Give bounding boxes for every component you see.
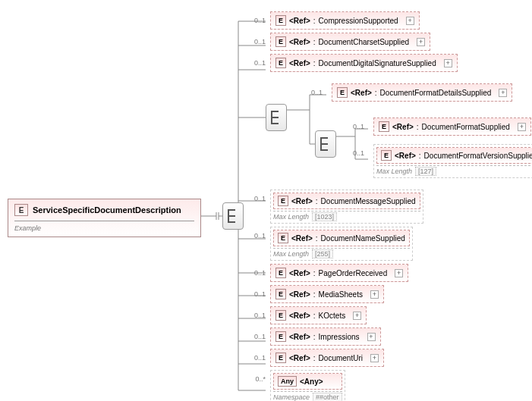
ref-type: Impressions (319, 333, 360, 341)
ref-label: <Ref> (395, 152, 416, 160)
cardinality: 0..1 (250, 11, 266, 24)
cardinality: 0..1 (311, 83, 323, 96)
ref-label: <Ref> (289, 17, 310, 25)
cardinality: 0..1 (353, 117, 364, 130)
element-ref-compression[interactable]: E <Ref> : CompressionSupported + (270, 11, 420, 30)
cardinality: 0..1 (250, 327, 266, 340)
root-annotation: Example (14, 224, 194, 232)
element-badge: E (275, 352, 286, 363)
element-ref-row: 0..1 E <Ref> : DocumentUri + (250, 349, 423, 367)
format-version-row: 0..1 E <Ref> : DocumentFormatVersionSupp… (353, 144, 532, 178)
element-ref-signature[interactable]: E <Ref> : DocumentDigitalSignatureSuppli… (270, 54, 458, 72)
cardinality: 0..1 (353, 144, 364, 157)
ref-label: <Ref> (392, 123, 414, 131)
cardinality: 0..1 (250, 54, 266, 67)
cardinality: 0..1 (250, 264, 266, 277)
ref-label: <Ref> (289, 290, 310, 299)
cardinality: 0..1 (250, 306, 266, 319)
element-badge: E (275, 58, 286, 68)
cardinality: 0..1 (250, 349, 266, 362)
expand-icon[interactable]: + (444, 59, 452, 67)
cardinality: 0..1 (250, 285, 266, 298)
element-ref-name-supplied[interactable]: E <Ref> : DocumentNameSupplied (273, 230, 410, 246)
maxlength-annotation: Max Length[255] (273, 248, 410, 258)
ref-label: <Ref> (291, 234, 313, 243)
element-ref-row: 0..1 E <Ref> : PageOrderReceived + (250, 264, 423, 282)
cardinality: 0..1 (250, 33, 266, 45)
ref-label: <Ref> (289, 354, 310, 362)
sequence-compositor-nested[interactable] (266, 104, 287, 131)
expand-icon[interactable]: + (367, 333, 376, 341)
element-ref-format-details[interactable]: E <Ref> : DocumentFormatDetailsSupplied … (332, 83, 512, 102)
children-column-2: 0..1 E <Ref> : DocumentMessageSupplied M… (250, 190, 423, 401)
element-ref-mediasheets[interactable]: E <Ref> : MediaSheets + (270, 285, 384, 303)
ref-type: DocumentFormatVersionSupplied (424, 152, 532, 160)
ref-label: <Ref> (289, 333, 310, 341)
element-ref-message[interactable]: E <Ref> : DocumentMessageSupplied (273, 193, 420, 209)
expand-icon[interactable]: + (370, 354, 379, 362)
root-element-name: ServiceSpecificDocumentDescription (33, 205, 181, 215)
element-wrapper: E <Ref> : DocumentNameSupplied Max Lengt… (270, 227, 413, 261)
ref-type: KOctets (319, 312, 346, 320)
expand-icon[interactable]: + (370, 290, 379, 299)
cardinality: 0..1 (250, 227, 266, 240)
element-wrapper: E <Ref> : DocumentMessageSupplied Max Le… (270, 190, 423, 224)
element-ref-row: 0..1 E <Ref> : DocumentCharsetSupplied + (250, 33, 458, 51)
element-ref-impressions[interactable]: E <Ref> : Impressions + (270, 327, 381, 346)
any-label: <Any> (300, 378, 323, 386)
sequence-compositor-nested2[interactable] (315, 130, 336, 158)
ref-type: DocumentFormatSupplied (422, 123, 510, 131)
ref-type: PageOrderReceived (319, 269, 388, 277)
any-wrapper: Any <Any> Namespace##other (270, 370, 345, 401)
expand-icon[interactable]: + (417, 38, 425, 46)
element-badge: E (14, 204, 28, 216)
element-ref-row: 0..1 E <Ref> : CompressionSupported + (250, 11, 458, 30)
ref-label: <Ref> (289, 38, 310, 46)
ref-type: DocumentCharsetSupplied (319, 38, 410, 46)
ref-label: <Ref> (289, 269, 310, 277)
element-badge: E (278, 233, 288, 243)
expand-icon[interactable]: + (406, 17, 414, 25)
ref-type: DocumentFormatDetailsSupplied (380, 89, 492, 97)
element-badge: E (275, 331, 286, 342)
maxlength-annotation: Max Length[127] (376, 165, 532, 175)
element-ref-pageorder[interactable]: E <Ref> : PageOrderReceived + (270, 264, 408, 282)
ref-type: DocumentUri (319, 354, 363, 362)
element-badge: E (275, 15, 286, 26)
root-element-box[interactable]: E ServiceSpecificDocumentDescription Exa… (8, 199, 201, 237)
element-badge: E (337, 87, 348, 98)
element-badge: E (379, 121, 389, 132)
ref-label: <Ref> (351, 89, 372, 97)
expand-icon[interactable]: + (518, 123, 526, 131)
ref-label: <Ref> (289, 312, 310, 320)
ref-type: DocumentDigitalSignatureSupplied (319, 59, 436, 67)
sequence-compositor[interactable] (222, 202, 244, 230)
element-ref-format[interactable]: E <Ref> : DocumentFormatSupplied + (373, 117, 531, 136)
ref-type: DocumentNameSupplied (321, 234, 405, 243)
element-badge: E (275, 289, 286, 299)
element-ref-row: 0..1 E <Ref> : KOctets + (250, 306, 423, 324)
ref-type: CompressionSupported (319, 17, 398, 25)
any-element[interactable]: Any <Any> (273, 373, 342, 390)
root-element: E ServiceSpecificDocumentDescription Exa… (8, 199, 201, 237)
ref-type: MediaSheets (319, 290, 363, 299)
element-ref-charset[interactable]: E <Ref> : DocumentCharsetSupplied + (270, 33, 430, 51)
any-row: 0..* Any <Any> Namespace##other (250, 370, 423, 401)
expand-icon[interactable]: + (395, 269, 403, 277)
cardinality: 0..1 (250, 190, 266, 202)
element-ref-documenturi[interactable]: E <Ref> : DocumentUri + (270, 349, 384, 367)
schema-diagram: E ServiceSpecificDocumentDescription Exa… (8, 8, 524, 393)
element-badge: E (275, 310, 286, 321)
ref-type: DocumentMessageSupplied (321, 197, 416, 205)
element-badge: E (275, 36, 286, 47)
expand-icon[interactable]: + (499, 89, 507, 97)
maxlength-annotation: Max Length[1023] (273, 211, 420, 221)
cardinality: 0..* (250, 370, 266, 383)
element-ref-format-version[interactable]: E <Ref> : DocumentFormatVersionSupplied (376, 147, 532, 164)
element-ref-row: 0..1 E <Ref> : DocumentDigitalSignatureS… (250, 54, 458, 72)
format-details-row: 0..1 E <Ref> : DocumentFormatDetailsSupp… (311, 83, 512, 102)
any-badge: Any (278, 376, 297, 387)
element-ref-koctets[interactable]: E <Ref> : KOctets + (270, 306, 367, 324)
ref-label: <Ref> (289, 59, 310, 67)
expand-icon[interactable]: + (353, 312, 361, 320)
